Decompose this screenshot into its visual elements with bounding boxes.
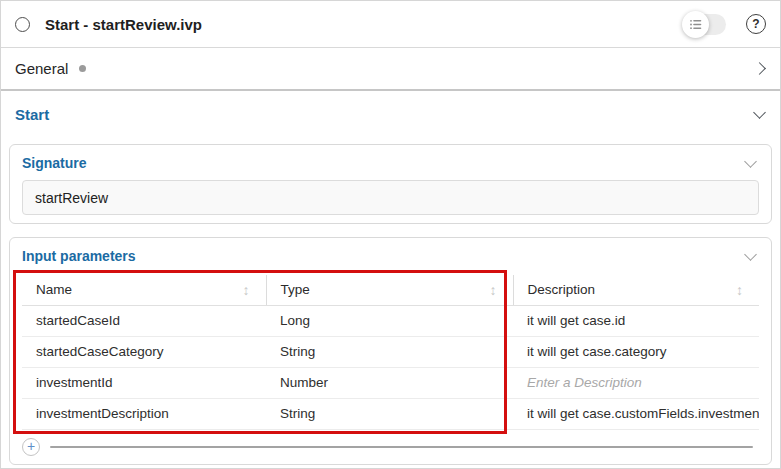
- chevron-right-icon[interactable]: [753, 62, 766, 75]
- cell-name[interactable]: startedCaseCategory: [22, 336, 266, 367]
- list-icon: [689, 19, 702, 30]
- input-parameters-title: Input parameters: [22, 248, 136, 264]
- cell-type[interactable]: Long: [266, 305, 513, 336]
- table-row: startedCaseId Long it will get case.id: [22, 305, 759, 336]
- signature-title: Signature: [22, 155, 87, 171]
- chevron-down-icon[interactable]: [744, 248, 757, 261]
- editor-title: Start - startReview.ivp: [45, 16, 202, 33]
- sort-icon[interactable]: ↕: [736, 282, 743, 298]
- toggle-knob[interactable]: [682, 11, 709, 38]
- column-header-name[interactable]: Name ↕: [22, 275, 266, 305]
- start-event-icon: [15, 17, 30, 32]
- cell-description[interactable]: it will get case.id: [513, 305, 759, 336]
- column-header-type[interactable]: Type ↕: [266, 275, 513, 305]
- column-header-description[interactable]: Description ↕: [513, 275, 759, 305]
- chevron-down-icon[interactable]: [744, 155, 757, 168]
- input-parameters-card: Input parameters Name ↕ Type ↕: [9, 237, 772, 465]
- modified-dot-icon: [79, 65, 86, 72]
- add-row-button[interactable]: +: [22, 438, 40, 456]
- section-general[interactable]: General: [1, 48, 780, 91]
- help-icon[interactable]: ?: [746, 14, 766, 34]
- inscription-editor-panel: Start - startReview.ivp ? General Start: [0, 0, 781, 469]
- table-row: investmentId Number Enter a Description: [22, 367, 759, 398]
- chevron-down-icon[interactable]: [753, 106, 766, 119]
- cell-name[interactable]: startedCaseId: [22, 305, 266, 336]
- signature-card: Signature: [9, 144, 772, 224]
- signature-input[interactable]: [22, 180, 759, 215]
- table-row: investmentDescription String it will get…: [22, 398, 759, 429]
- description-placeholder: Enter a Description: [527, 375, 642, 390]
- cell-description[interactable]: it will get case.customFields.investment…: [513, 398, 759, 429]
- sort-icon[interactable]: ↕: [243, 282, 250, 298]
- cell-description[interactable]: it will get case.category: [513, 336, 759, 367]
- view-toggle[interactable]: [684, 14, 726, 35]
- signature-header[interactable]: Signature: [22, 155, 759, 171]
- input-parameters-header[interactable]: Input parameters: [22, 248, 759, 264]
- add-parameter-row: +: [22, 437, 759, 457]
- input-parameters-table: Name ↕ Type ↕ Description ↕: [22, 275, 759, 430]
- table-row: startedCaseCategory String it will get c…: [22, 336, 759, 367]
- cell-type[interactable]: String: [266, 398, 513, 429]
- cell-name[interactable]: investmentId: [22, 367, 266, 398]
- sort-icon[interactable]: ↕: [490, 282, 497, 298]
- cell-description[interactable]: Enter a Description: [513, 367, 759, 398]
- cell-type[interactable]: Number: [266, 367, 513, 398]
- add-row-divider: [50, 446, 753, 448]
- table-header-row: Name ↕ Type ↕ Description ↕: [22, 275, 759, 305]
- general-label: General: [15, 60, 68, 77]
- cell-name[interactable]: investmentDescription: [22, 398, 266, 429]
- cell-type[interactable]: String: [266, 336, 513, 367]
- start-section-title: Start: [15, 106, 49, 123]
- section-start[interactable]: Start: [1, 91, 780, 123]
- editor-header: Start - startReview.ivp ?: [1, 1, 780, 48]
